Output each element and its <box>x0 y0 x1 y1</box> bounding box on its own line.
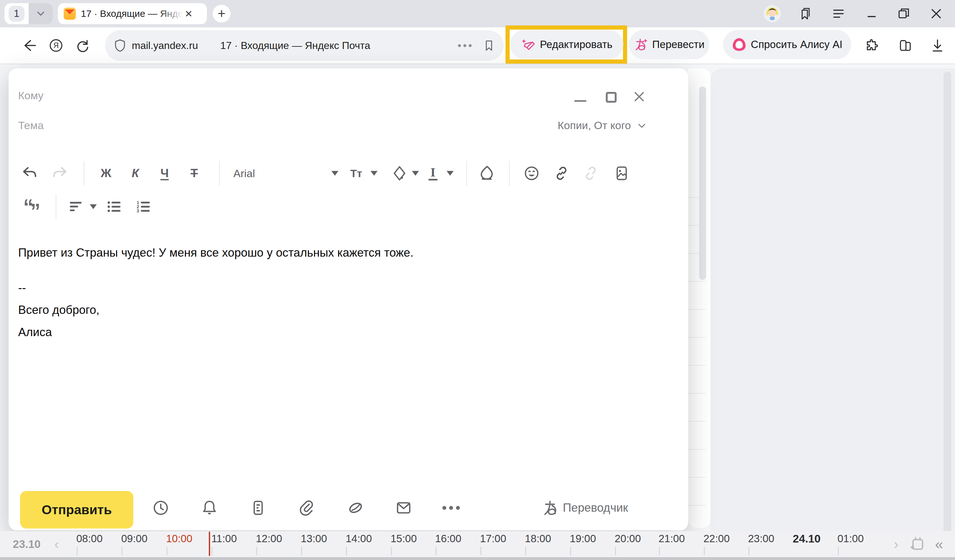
text-color-caret-icon[interactable] <box>447 171 454 176</box>
timeline-label[interactable]: 24.10 <box>793 532 821 545</box>
timeline-current-marker <box>209 532 210 556</box>
emoji-icon[interactable] <box>523 165 540 182</box>
edit-button[interactable]: Редактировать <box>510 30 623 59</box>
schedule-clock-icon[interactable] <box>152 499 169 516</box>
tab-close-button[interactable]: ✕ <box>185 8 193 19</box>
font-family-select[interactable]: Arial <box>233 167 255 180</box>
url-text[interactable]: mail.yandex.ru <box>132 40 198 51</box>
menu-icon[interactable] <box>831 7 845 21</box>
timeline-collapse-icon[interactable]: « <box>935 535 943 553</box>
timeline-label[interactable]: 10:00 <box>166 533 193 545</box>
highlight-caret-icon[interactable] <box>412 171 419 176</box>
timeline-next-icon[interactable]: › <box>894 536 899 552</box>
send-button[interactable]: Отправить <box>20 491 133 529</box>
signature-pen-icon[interactable] <box>347 499 364 516</box>
sidebar-cards-icon[interactable] <box>898 38 913 53</box>
eraser-icon[interactable] <box>478 165 495 182</box>
back-icon[interactable] <box>22 38 37 53</box>
minimize-icon[interactable] <box>865 7 879 21</box>
notify-bell-icon[interactable] <box>201 499 218 516</box>
extensions-puzzle-icon[interactable] <box>865 38 880 53</box>
bookmark-flag-icon[interactable] <box>482 39 495 52</box>
more-options-button[interactable]: ••• <box>442 500 462 516</box>
address-bar[interactable]: mail.yandex.ru 17 · Входящие — Яндекс По… <box>105 30 504 61</box>
highlight-color-icon[interactable] <box>391 165 408 182</box>
template-card-icon[interactable] <box>250 499 267 516</box>
tab-group-chevron[interactable] <box>29 3 53 24</box>
font-family-caret-icon[interactable] <box>331 171 338 176</box>
numbered-list-icon[interactable]: 123 <box>135 198 152 215</box>
timeline-calendar-icon[interactable] <box>910 537 925 552</box>
translate-button[interactable]: Перевести <box>629 30 709 59</box>
underline-button[interactable]: Ч <box>160 167 169 180</box>
timeline-label[interactable]: 19:00 <box>570 533 596 545</box>
close-icon[interactable] <box>929 7 943 21</box>
strikethrough-button[interactable]: Т <box>191 167 198 180</box>
translator-hieroglyph-icon[interactable] <box>542 499 559 516</box>
italic-button[interactable]: К <box>132 167 139 180</box>
timeline-label[interactable]: 08:00 <box>77 533 103 545</box>
browser-tab[interactable]: 17 · Входящие — Яндек ✕ <box>58 3 207 24</box>
insert-image-icon[interactable] <box>614 165 630 182</box>
mail-row-divider <box>688 505 705 505</box>
mail-list-scrollbar[interactable] <box>699 86 706 280</box>
attach-paperclip-icon[interactable] <box>297 499 315 516</box>
timeline-label[interactable]: 17:00 <box>480 533 506 545</box>
timeline-label[interactable]: 14:00 <box>346 533 372 545</box>
font-size-button[interactable]: Тт <box>350 167 362 180</box>
avatar[interactable] <box>765 7 779 21</box>
timeline-label[interactable]: 12:00 <box>256 533 282 545</box>
new-tab-button[interactable]: + <box>213 5 230 23</box>
timeline-tick <box>211 547 212 555</box>
history-timeline[interactable]: 23.10 ‹ 08:0009:0010:0011:0012:0013:0014… <box>0 531 955 557</box>
blockquote-icon[interactable]: “” <box>23 200 37 213</box>
bullet-list-icon[interactable] <box>106 198 122 215</box>
subject-field[interactable]: Тема <box>18 119 44 132</box>
reload-icon[interactable] <box>75 38 90 53</box>
font-size-caret-icon[interactable] <box>371 171 377 176</box>
restore-icon[interactable] <box>897 7 911 21</box>
address-more-button[interactable]: ••• <box>457 39 474 52</box>
yandex-logo-icon[interactable]: Я <box>49 38 63 53</box>
timeline-prev-icon[interactable]: ‹ <box>55 536 59 552</box>
timeline-tick <box>166 547 168 555</box>
page-scrollbar[interactable] <box>944 72 951 560</box>
message-body[interactable]: Привет из Страны чудес! У меня все хорош… <box>18 242 413 343</box>
timeline-label[interactable]: 21:00 <box>659 533 685 545</box>
timeline-label[interactable]: 01:00 <box>838 533 864 545</box>
envelope-icon[interactable] <box>395 499 412 516</box>
timeline-label[interactable]: 22:00 <box>703 533 730 545</box>
compose-close-icon[interactable] <box>633 90 645 103</box>
timeline-label[interactable]: 20:00 <box>615 533 641 545</box>
link-icon[interactable] <box>553 165 570 182</box>
compose-minimize-button[interactable] <box>574 100 586 102</box>
bold-button[interactable]: Ж <box>100 167 111 180</box>
timeline-tick <box>346 547 347 555</box>
timeline-label[interactable]: 11:00 <box>211 533 237 545</box>
ask-alice-button[interactable]: Спросить Алису AI <box>723 30 851 59</box>
redo-icon[interactable] <box>52 165 69 182</box>
translator-label[interactable]: Переводчик <box>563 501 628 515</box>
align-caret-icon[interactable] <box>90 204 97 209</box>
downloads-icon[interactable] <box>930 38 945 53</box>
timeline-label[interactable]: 09:00 <box>121 533 148 545</box>
timeline-tick <box>391 547 392 555</box>
timeline-label[interactable]: 23:00 <box>748 533 775 545</box>
tab-group-badge[interactable]: 1 <box>9 6 25 22</box>
to-field[interactable]: Кому <box>18 89 43 102</box>
compose-maximize-button[interactable] <box>606 92 617 103</box>
undo-icon[interactable] <box>21 165 38 182</box>
cc-from-toggle[interactable]: Копии, От кого <box>558 119 647 132</box>
timeline-label[interactable]: 16:00 <box>435 533 462 545</box>
align-icon[interactable] <box>68 198 85 215</box>
timeline-label[interactable]: 18:00 <box>525 533 551 545</box>
timeline-label[interactable]: 13:00 <box>301 533 327 545</box>
unlink-icon[interactable] <box>582 165 599 182</box>
page-background: Кому Тема Копии, От кого <box>0 64 955 531</box>
shield-icon[interactable] <box>113 39 127 52</box>
timeline-label[interactable]: 15:00 <box>391 533 417 545</box>
text-color-button[interactable]: I <box>429 166 437 181</box>
bookmarks-icon[interactable] <box>798 7 812 21</box>
tab-group-control[interactable]: 1 <box>5 3 53 24</box>
timeline-tick <box>481 547 481 555</box>
